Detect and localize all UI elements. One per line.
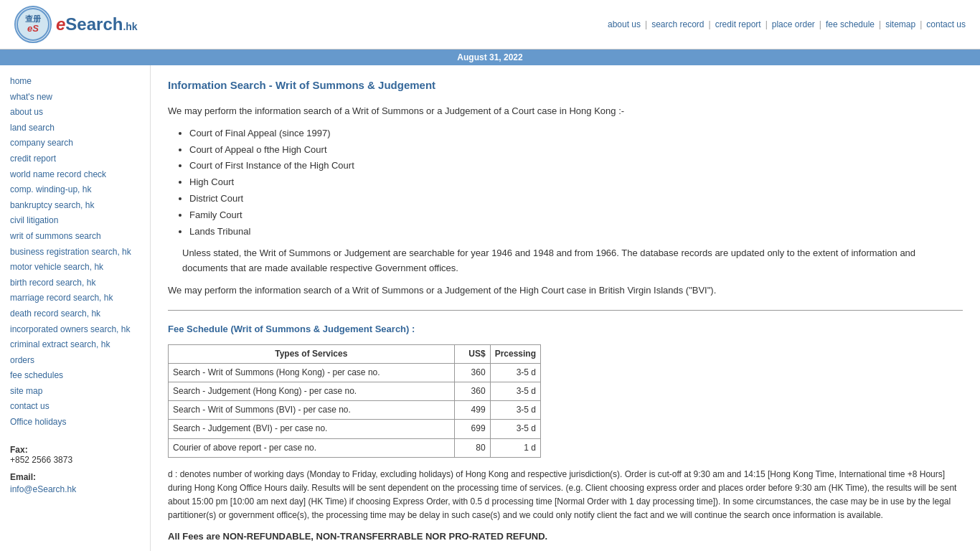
svg-text:查册: 查册: [25, 14, 41, 23]
sidebar-item-site-map[interactable]: site map: [10, 384, 140, 400]
note-days-text: d : denotes number of working days (Mond…: [168, 468, 963, 523]
fee-schedule-title: Fee Schedule (Writ of Summons & Judgemen…: [168, 322, 963, 337]
nav-contact-us[interactable]: contact us: [926, 19, 966, 29]
usd-cell: 80: [454, 438, 490, 457]
table-row: Courier of above report - per case no.80…: [169, 438, 541, 457]
col-header-usd: US$: [454, 344, 490, 363]
sidebar: home what's new about us land search com…: [0, 65, 151, 551]
intro-paragraph: We may perform the information search of…: [168, 104, 963, 119]
list-item: Court of Final Appeal (since 1997): [189, 126, 963, 141]
nav-place-order[interactable]: place order: [772, 19, 815, 29]
note-paragraph: Unless stated, the Writ of Summons or Ju…: [182, 246, 963, 276]
sidebar-item-about-us[interactable]: about us: [10, 105, 140, 121]
sidebar-item-home[interactable]: home: [10, 74, 140, 90]
sidebar-item-criminal-extract[interactable]: criminal extract search, hk: [10, 337, 140, 353]
list-item: District Court: [189, 192, 963, 207]
email-section: Email: info@eSearch.hk: [10, 472, 140, 498]
sidebar-item-birth-record[interactable]: birth record search, hk: [10, 276, 140, 291]
sidebar-item-death-record[interactable]: death record search, hk: [10, 306, 140, 322]
list-item: Court of First Instance of the High Cour…: [189, 159, 963, 174]
fax-section: Fax: +852 2566 3873: [10, 445, 140, 465]
nav-about-us[interactable]: about us: [608, 19, 641, 29]
usd-cell: 360: [454, 363, 490, 382]
svg-text:eS: eS: [27, 23, 39, 34]
fax-number: +852 2566 3873: [10, 455, 72, 465]
page-title: Information Search - Writ of Summons & J…: [168, 77, 963, 94]
usd-cell: 699: [454, 420, 490, 438]
email-label: Email:: [10, 472, 36, 482]
table-row: Search - Writ of Summons (BVI) - per cas…: [169, 401, 541, 420]
sidebar-item-comp-winding[interactable]: comp. winding-up, hk: [10, 182, 140, 198]
processing-cell: 3-5 d: [490, 420, 540, 438]
sidebar-item-business-reg[interactable]: business registration search, hk: [10, 245, 140, 260]
court-list: Court of Final Appeal (since 1997) Court…: [189, 126, 963, 240]
service-cell: Search - Writ of Summons (Hong Kong) - p…: [169, 363, 455, 382]
nav-area: about us | search record | credit report…: [608, 19, 966, 29]
list-item: Family Court: [189, 208, 963, 223]
fee-table: Types of Services US$ Prcessing Search -…: [168, 344, 541, 458]
nav-fee-schedule[interactable]: fee schedule: [826, 19, 875, 29]
table-row: Search - Judgement (Hong Kong) - per cas…: [169, 382, 541, 400]
list-item: High Court: [189, 175, 963, 190]
sidebar-item-incorporated[interactable]: incorporated owners search, hk: [10, 322, 140, 338]
table-row: Search - Writ of Summons (Hong Kong) - p…: [169, 363, 541, 382]
nav-credit-report[interactable]: credit report: [715, 19, 761, 29]
non-refundable-notice: All Fees are NON-REFUNDABLE, NON-TRANSFE…: [168, 529, 963, 545]
table-row: Search - Judgement (BVI) - per case no.6…: [169, 420, 541, 438]
sidebar-item-world-name[interactable]: world name record check: [10, 167, 140, 183]
header: 查册 eS eSearch.hk about us | search recor…: [0, 0, 980, 50]
processing-cell: 3-5 d: [490, 363, 540, 382]
sidebar-item-motor-vehicle[interactable]: motor vehicle search, hk: [10, 260, 140, 276]
sidebar-item-office-holidays[interactable]: Office holidays: [10, 415, 140, 430]
logo-icon: 查册 eS: [14, 6, 52, 43]
fax-label: Fax:: [10, 445, 28, 455]
sidebar-item-orders[interactable]: orders: [10, 353, 140, 369]
processing-cell: 3-5 d: [490, 401, 540, 420]
usd-cell: 499: [454, 401, 490, 420]
logo-area: 查册 eS eSearch.hk: [14, 6, 138, 43]
list-item: Lands Tribunal: [189, 225, 963, 240]
main-content: Information Search - Writ of Summons & J…: [151, 65, 980, 551]
sidebar-item-land-search[interactable]: land search: [10, 121, 140, 136]
sidebar-item-writ-summons[interactable]: writ of summons search: [10, 229, 140, 245]
list-item: Court of Appeal o fthe High Court: [189, 143, 963, 158]
processing-cell: 1 d: [490, 438, 540, 457]
sidebar-item-company-search[interactable]: company search: [10, 136, 140, 151]
sidebar-item-bankruptcy[interactable]: bankruptcy search, hk: [10, 198, 140, 214]
sidebar-item-whats-new[interactable]: what's new: [10, 90, 140, 105]
col-header-processing: Prcessing: [490, 344, 540, 363]
sidebar-item-marriage-record[interactable]: marriage record search, hk: [10, 291, 140, 306]
service-cell: Courier of above report - per case no.: [169, 438, 455, 457]
col-header-service: Types of Services: [169, 344, 455, 363]
sidebar-item-fee-schedules[interactable]: fee schedules: [10, 368, 140, 384]
sidebar-item-contact-us[interactable]: contact us: [10, 399, 140, 415]
sidebar-item-civil-litigation[interactable]: civil litigation: [10, 213, 140, 229]
layout: home what's new about us land search com…: [0, 65, 980, 551]
processing-cell: 3-5 d: [490, 382, 540, 400]
date-bar: August 31, 2022: [0, 50, 980, 65]
bvi-paragraph: We may perform the information search of…: [168, 283, 963, 298]
sidebar-item-credit-report[interactable]: credit report: [10, 151, 140, 167]
email-address[interactable]: info@eSearch.hk: [10, 482, 140, 498]
service-cell: Search - Writ of Summons (BVI) - per cas…: [169, 401, 455, 420]
nav-sitemap[interactable]: sitemap: [885, 19, 915, 29]
divider: [168, 310, 963, 311]
logo-text: eSearch.hk: [56, 14, 138, 34]
service-cell: Search - Judgement (Hong Kong) - per cas…: [169, 382, 455, 400]
service-cell: Search - Judgement (BVI) - per case no.: [169, 420, 455, 438]
usd-cell: 360: [454, 382, 490, 400]
nav-search-record[interactable]: search record: [651, 19, 704, 29]
